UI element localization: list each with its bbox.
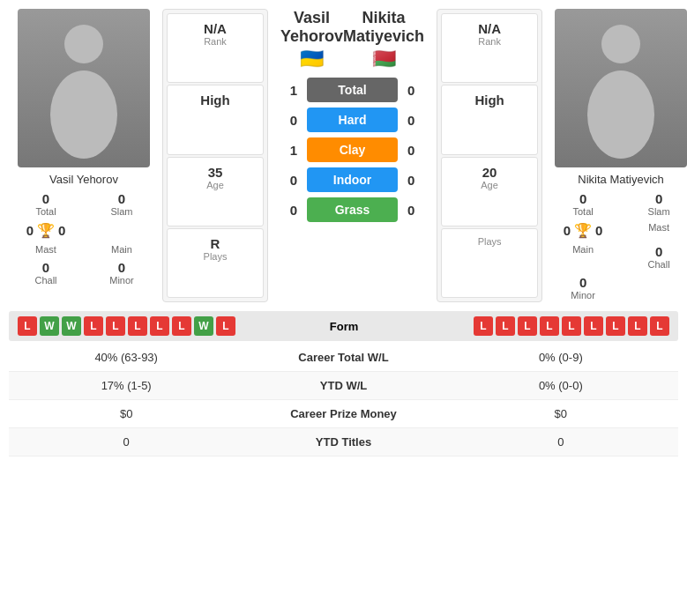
player-names-row: Vasil Yehorov 🇺🇦 Nikita Matiyevich 🇧🇾 xyxy=(280,9,424,71)
center-section: Vasil Yehorov 🇺🇦 Nikita Matiyevich 🇧🇾 1 … xyxy=(272,9,433,302)
form-badge-w: W xyxy=(194,316,213,336)
court-row-clay: 1 Clay 0 xyxy=(280,137,424,162)
right-player-stats: 0 Total 0 Slam 0 🏆 0 Mast Main xyxy=(546,189,687,302)
left-plays-box: R Plays xyxy=(167,228,264,298)
right-header-name: Nikita Matiyevich xyxy=(343,9,424,46)
left-trophy-icon: 🏆 xyxy=(37,222,55,239)
right-main-label: Main xyxy=(548,244,618,255)
right-main-value: 0 xyxy=(595,223,602,238)
court-left-score: 0 xyxy=(280,113,307,128)
left-mid-stats: N/A Rank High 35 Age R Plays xyxy=(162,9,268,302)
right-rank-label: Rank xyxy=(445,36,534,47)
left-plays-label: Plays xyxy=(171,251,259,262)
left-plays-value: R xyxy=(171,236,259,251)
left-rank-box: N/A Rank xyxy=(167,13,264,83)
left-minor-value: 0 xyxy=(86,260,157,275)
court-left-score: 0 xyxy=(280,203,307,218)
left-minor-label: Minor xyxy=(86,275,157,286)
top-section: Vasil Yehorov 0 Total 0 Slam 0 🏆 0 Mast xyxy=(9,9,678,302)
bottom-stat-row-2: $0 Career Prize Money $0 xyxy=(9,400,678,428)
right-minor-value: 0 xyxy=(548,275,618,290)
right-mid-stats: N/A Rank High 20 Age Plays xyxy=(437,9,542,302)
stats-rows: 40% (63-93) Career Total W/L 0% (0-9) 17… xyxy=(9,344,678,456)
bottom-label-1: YTD W/L xyxy=(235,379,452,392)
bottom-right-3: 0 xyxy=(452,435,669,449)
bottom-left-0: 40% (63-93) xyxy=(18,351,235,364)
bottom-right-1: 0% (0-0) xyxy=(452,379,669,392)
left-slam-value: 0 xyxy=(86,191,157,206)
left-main-label: Main xyxy=(86,244,157,255)
right-rank-value: N/A xyxy=(445,21,534,36)
bottom-right-0: 0% (0-9) xyxy=(452,351,669,364)
court-badge-grass: Grass xyxy=(307,197,398,222)
bottom-stat-row-3: 0 YTD Titles 0 xyxy=(9,428,678,456)
left-main-value: 0 xyxy=(58,223,65,238)
bottom-left-3: 0 xyxy=(18,435,235,449)
right-mast-value: 0 xyxy=(564,223,571,238)
form-badge-l: L xyxy=(18,316,37,336)
form-badge-w: W xyxy=(40,316,59,336)
form-badge-l: L xyxy=(518,316,537,336)
court-rows: 1 Total 0 0 Hard 0 1 Clay 0 0 Indoor 0 0… xyxy=(280,78,424,227)
form-badge-l: L xyxy=(128,316,147,336)
left-mast-value: 0 xyxy=(26,223,34,238)
right-minor-label: Minor xyxy=(548,290,618,301)
right-chall-value: 0 xyxy=(624,244,687,259)
form-badge-w: W xyxy=(62,316,81,336)
left-form-badges: LWWLLLLLWL xyxy=(18,316,235,336)
svg-point-3 xyxy=(587,71,654,159)
form-badge-l: L xyxy=(84,316,103,336)
form-label: Form xyxy=(235,320,452,333)
court-row-total: 1 Total 0 xyxy=(280,78,424,102)
right-trophy-icon: 🏆 xyxy=(574,222,592,239)
bottom-right-2: $0 xyxy=(452,407,669,420)
court-badge-hard: Hard xyxy=(307,108,398,132)
court-right-score: 0 xyxy=(398,113,424,128)
court-row-grass: 0 Grass 0 xyxy=(280,197,424,222)
right-total-label: Total xyxy=(548,206,618,217)
right-mast-label: Mast xyxy=(624,222,687,233)
left-player-header: Vasil Yehorov 🇺🇦 xyxy=(280,9,343,71)
right-player-photo xyxy=(555,9,687,167)
court-left-score: 1 xyxy=(280,83,307,98)
form-badge-l: L xyxy=(606,316,625,336)
left-mast-label: Mast xyxy=(11,244,81,255)
bottom-label-2: Career Prize Money xyxy=(235,407,452,420)
svg-point-0 xyxy=(64,25,103,63)
svg-point-1 xyxy=(50,71,117,159)
right-player-card: Nikita Matiyevich 0 Total 0 Slam 0 🏆 0 M xyxy=(546,9,687,302)
right-plays-label: Plays xyxy=(445,236,534,247)
court-badge-total: Total xyxy=(307,78,398,102)
right-player-header: Nikita Matiyevich 🇧🇾 xyxy=(343,9,424,71)
left-header-name: Vasil Yehorov xyxy=(280,9,343,46)
right-age-box: 20 Age xyxy=(441,157,538,226)
right-flag: 🇧🇾 xyxy=(343,48,424,71)
right-age-label: Age xyxy=(445,180,534,190)
left-high-value: High xyxy=(171,93,259,108)
form-badge-l: L xyxy=(628,316,647,336)
right-total-value: 0 xyxy=(548,191,618,206)
left-rank-label: Rank xyxy=(171,36,259,47)
form-badge-l: L xyxy=(106,316,125,336)
form-badge-l: L xyxy=(540,316,559,336)
left-player-stats: 0 Total 0 Slam 0 🏆 0 Mast Main xyxy=(9,189,159,287)
court-right-score: 0 xyxy=(398,83,424,98)
bottom-stat-row-1: 17% (1-5) YTD W/L 0% (0-0) xyxy=(9,372,678,400)
form-badge-l: L xyxy=(474,316,493,336)
court-right-score: 0 xyxy=(398,143,424,158)
svg-point-2 xyxy=(601,25,640,63)
form-badge-l: L xyxy=(172,316,191,336)
right-slam-label: Slam xyxy=(624,206,687,217)
court-row-hard: 0 Hard 0 xyxy=(280,108,424,132)
form-badge-l: L xyxy=(562,316,581,336)
right-high-value: High xyxy=(445,93,534,108)
form-badge-l: L xyxy=(650,316,669,336)
left-age-value: 35 xyxy=(171,165,259,180)
right-player-name: Nikita Matiyevich xyxy=(578,173,664,186)
left-slam-label: Slam xyxy=(86,206,157,217)
left-age-label: Age xyxy=(171,180,259,190)
form-badge-l: L xyxy=(150,316,169,336)
main-container: Vasil Yehorov 0 Total 0 Slam 0 🏆 0 Mast xyxy=(0,0,687,465)
left-flag: 🇺🇦 xyxy=(280,48,343,71)
form-badge-l: L xyxy=(584,316,603,336)
